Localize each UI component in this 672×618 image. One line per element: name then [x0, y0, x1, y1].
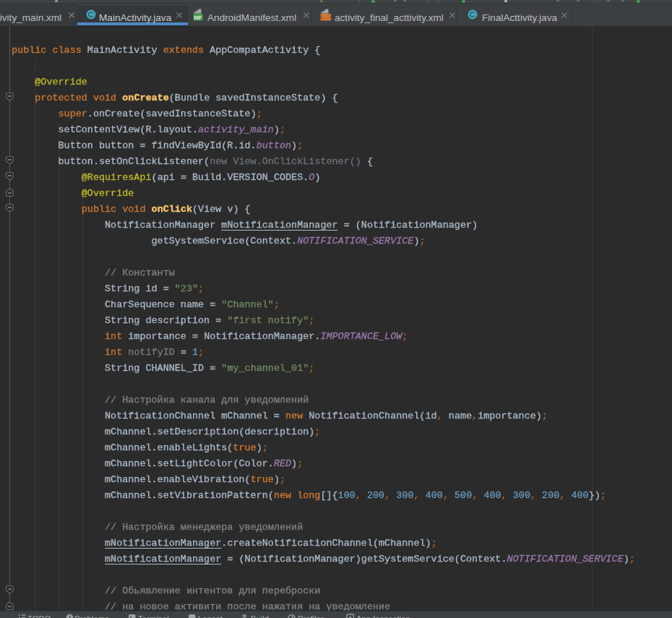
svg-text:<..>: <..> — [320, 14, 332, 20]
svg-text:MF: MF — [194, 14, 202, 21]
